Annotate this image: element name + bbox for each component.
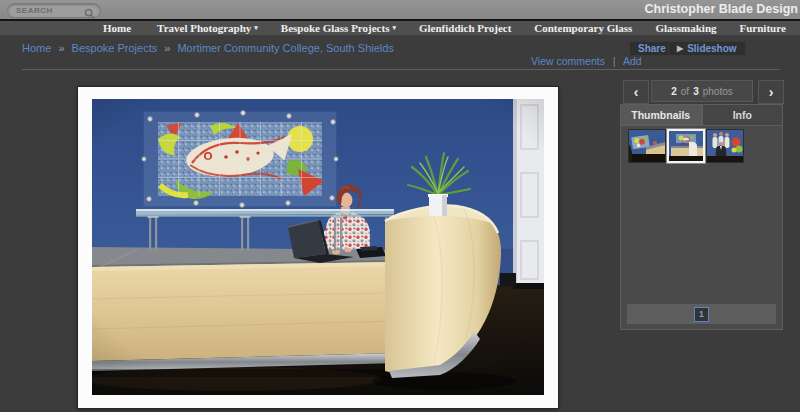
comments-bar: View comments | Add [531, 55, 642, 67]
nav-item-glenfiddich-project[interactable]: Glenfiddich Project [419, 22, 511, 34]
thumbnail-staff-group-with-glass-artwork[interactable] [706, 129, 744, 163]
site-title: Christopher Blade Design [645, 2, 799, 16]
thumbnail-reception-desk-angled-view[interactable] [628, 129, 666, 163]
viewer-tabs: Thumbnails Info [620, 104, 783, 126]
nav-item-glassmaking[interactable]: Glassmaking [655, 22, 716, 34]
tab-info[interactable]: Info [702, 104, 784, 126]
comments-separator: | [613, 55, 616, 67]
nav-item-contemporary-glass[interactable]: Contemporary Glass [534, 22, 632, 34]
photo-counter-current: 2 [671, 86, 677, 97]
nav-item-home[interactable]: Home [103, 22, 134, 34]
photo-counter-unit: photos [703, 86, 733, 97]
main-navigation: Home Travel Photography▾ Bespoke Glass P… [0, 19, 800, 35]
thumbnail-reception-desk-front-view[interactable] [667, 129, 705, 163]
search-icon[interactable] [84, 5, 95, 16]
chevron-right-icon: › [769, 85, 774, 99]
view-comments-link[interactable]: View comments [531, 55, 605, 67]
photo-counter-total: 3 [693, 86, 699, 97]
tab-thumbnails[interactable]: Thumbnails [620, 104, 702, 126]
slideshow-button[interactable]: ▶ Slideshow [668, 41, 746, 56]
page-1-button[interactable]: 1 [694, 307, 709, 322]
breadcrumb-home[interactable]: Home [22, 42, 51, 54]
photo-counter-of: of [681, 86, 689, 97]
breadcrumb-bespoke-projects[interactable]: Bespoke Projects [72, 42, 158, 54]
breadcrumb-separator: » [164, 42, 170, 54]
dropdown-arrow-icon: ▾ [392, 24, 396, 32]
chevron-left-icon: ‹ [634, 85, 639, 99]
next-photo-button[interactable]: › [758, 80, 784, 104]
thumbnail-pagination: 1 [627, 304, 776, 324]
photo-counter: 2 of 3 photos [651, 80, 753, 102]
previous-photo-button[interactable]: ‹ [623, 80, 649, 104]
main-photo-card [78, 87, 558, 408]
nav-item-furniture[interactable]: Furniture [740, 22, 786, 34]
search-box[interactable] [7, 3, 101, 18]
horizontal-divider [22, 69, 780, 70]
main-photo[interactable] [92, 99, 544, 395]
search-input[interactable] [8, 6, 84, 15]
top-bar: Christopher Blade Design [0, 0, 800, 19]
play-icon: ▶ [677, 42, 683, 55]
nav-item-travel-photography[interactable]: Travel Photography▾ [157, 22, 258, 34]
thumbnails-panel: 1 [620, 125, 783, 330]
nav-item-bespoke-glass-projects[interactable]: Bespoke Glass Projects▾ [281, 22, 396, 34]
add-comment-link[interactable]: Add [623, 55, 642, 67]
breadcrumb-current-gallery: Mortimer Community College, South Shield… [177, 42, 393, 54]
dropdown-arrow-icon: ▾ [254, 24, 258, 32]
breadcrumb: Home » Bespoke Projects » Mortimer Commu… [22, 42, 394, 54]
breadcrumb-separator: » [58, 42, 64, 54]
thumbnail-strip [628, 129, 744, 163]
